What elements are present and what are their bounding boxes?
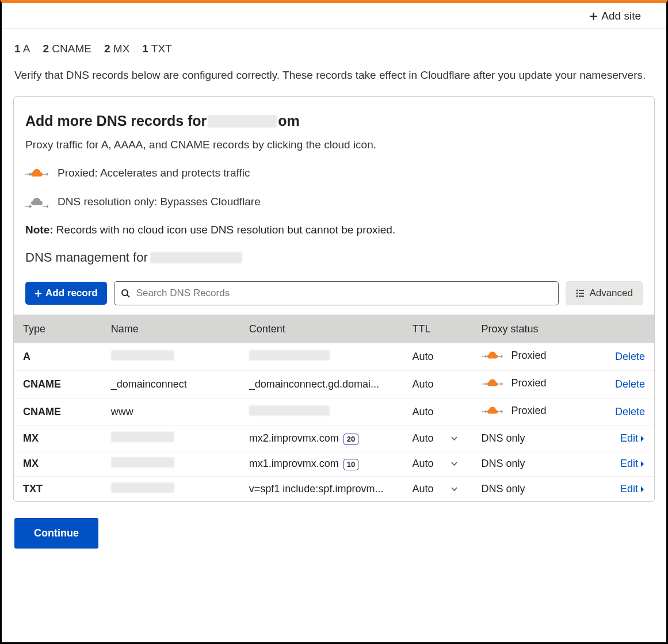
th-type[interactable]: Type: [14, 315, 102, 343]
svg-point-14: [577, 296, 578, 297]
add-record-button[interactable]: Add record: [25, 282, 107, 305]
svg-marker-19: [501, 355, 503, 359]
record-content: mx2.improvmx.com: [249, 432, 339, 444]
proxy-status: DNS only: [482, 483, 525, 495]
proxy-status: DNS only: [482, 458, 525, 470]
record-type: MX: [14, 426, 102, 451]
plus-icon: [589, 12, 598, 21]
edit-link[interactable]: Edit: [620, 483, 645, 495]
panel-heading: Add more DNS records for om: [25, 113, 643, 129]
add-site-label: Add site: [601, 10, 641, 22]
cloud-orange-icon[interactable]: [482, 404, 503, 417]
svg-marker-5: [29, 205, 32, 208]
th-content[interactable]: Content: [240, 315, 403, 343]
proxy-status: DNS only: [482, 432, 525, 444]
cloud-grey-icon: [25, 195, 48, 209]
record-ttl: Auto: [412, 483, 433, 495]
record-ttl: Auto: [412, 351, 433, 363]
record-ttl: Auto: [412, 406, 433, 418]
svg-marker-21: [485, 383, 487, 386]
plus-icon: [35, 290, 42, 297]
priority-badge: 20: [343, 434, 358, 445]
add-site-button[interactable]: Add site: [589, 10, 641, 22]
record-ttl: Auto: [412, 378, 433, 390]
chevron-down-icon[interactable]: [451, 462, 457, 466]
legend-dns-only: DNS resolution only: Bypasses Cloudflare: [25, 195, 643, 209]
panel-desc: Proxy traffic for A, AAAA, and CNAME rec…: [25, 139, 643, 151]
edit-link[interactable]: Edit: [620, 432, 645, 444]
advanced-label: Advanced: [589, 288, 633, 299]
table-row[interactable]: AAutoProxiedDelete: [14, 343, 654, 371]
sliders-icon: [575, 289, 585, 297]
record-content: _domainconnect.gd.domai...: [249, 378, 379, 390]
record-type: A: [14, 343, 102, 371]
record-content: mx1.improvmx.com: [249, 458, 339, 469]
dns-mgmt-heading: DNS management for: [25, 250, 643, 265]
record-name: www: [111, 406, 133, 417]
proxy-status: Proxied: [512, 377, 547, 389]
svg-marker-3: [47, 172, 48, 176]
advanced-button[interactable]: Advanced: [566, 281, 643, 305]
svg-marker-17: [485, 355, 487, 359]
table-row[interactable]: TXTv=spf1 include:spf.improvm...AutoDNS …: [14, 477, 654, 502]
record-content: v=spf1 include:spf.improvm...: [249, 483, 384, 494]
record-type: TXT: [14, 477, 102, 502]
svg-marker-7: [47, 205, 48, 208]
th-name[interactable]: Name: [102, 315, 240, 343]
add-record-label: Add record: [45, 288, 98, 299]
record-counts: 1 A 2 CNAME 2 MX 1 TXT: [13, 29, 655, 67]
chevron-right-icon: [640, 486, 645, 493]
svg-point-10: [577, 290, 578, 292]
record-ttl: Auto: [412, 458, 433, 470]
svg-marker-27: [501, 411, 503, 414]
cloud-orange-icon[interactable]: [482, 349, 503, 362]
th-ttl[interactable]: TTL: [403, 315, 472, 343]
table-row[interactable]: CNAME_domainconnect_domainconnect.gd.dom…: [14, 371, 654, 398]
priority-badge: 10: [343, 459, 358, 470]
table-row[interactable]: CNAMEwwwAutoProxiedDelete: [14, 398, 654, 426]
table-row[interactable]: MXmx1.improvmx.com10AutoDNS onlyEdit: [14, 451, 654, 477]
svg-point-12: [577, 293, 578, 294]
proxy-status: Proxied: [512, 405, 547, 417]
svg-marker-25: [485, 411, 487, 414]
chevron-down-icon[interactable]: [451, 436, 457, 441]
svg-marker-23: [501, 383, 503, 386]
th-proxy[interactable]: Proxy status: [472, 315, 598, 343]
legend-proxied: Proxied: Accelerates and protects traffi…: [25, 166, 643, 180]
record-ttl: Auto: [412, 432, 433, 444]
record-type: MX: [14, 451, 102, 477]
cloud-orange-icon: [25, 166, 48, 180]
delete-link[interactable]: Delete: [615, 406, 645, 418]
chevron-right-icon: [640, 461, 645, 467]
svg-point-8: [122, 290, 128, 296]
record-name: _domainconnect: [111, 378, 187, 390]
search-input[interactable]: [114, 281, 559, 305]
record-type: CNAME: [14, 398, 102, 426]
dns-panel: Add more DNS records for om Proxy traffi…: [13, 96, 655, 502]
cloud-orange-icon[interactable]: [482, 377, 503, 389]
table-row[interactable]: MXmx2.improvmx.com20AutoDNS onlyEdit: [14, 426, 654, 451]
chevron-down-icon[interactable]: [451, 487, 457, 492]
record-type: CNAME: [14, 371, 102, 398]
svg-line-9: [127, 295, 129, 297]
continue-button[interactable]: Continue: [14, 518, 98, 549]
dns-table: Type Name Content TTL Proxy status AAuto…: [14, 315, 654, 501]
delete-link[interactable]: Delete: [615, 378, 645, 390]
panel-note: Note: Records with no cloud icon use DNS…: [25, 224, 643, 236]
edit-link[interactable]: Edit: [620, 458, 645, 470]
chevron-right-icon: [640, 435, 645, 442]
delete-link[interactable]: Delete: [615, 351, 645, 363]
proxy-status: Proxied: [512, 350, 547, 362]
search-icon: [121, 289, 130, 298]
verify-text: Verify that DNS records below are config…: [13, 67, 655, 96]
